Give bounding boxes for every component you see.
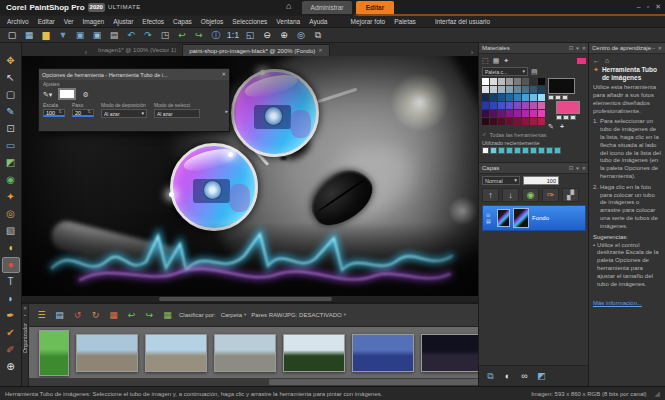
delete-layer-icon[interactable]: ↓	[502, 188, 519, 202]
brush-tool[interactable]: ✔	[2, 325, 20, 341]
edit-colors-icon[interactable]: ✑	[542, 188, 559, 202]
bg-color-mode-icon[interactable]	[556, 115, 562, 120]
menu-item[interactable]: Paletas	[394, 18, 416, 25]
bg-pattern-mode-icon[interactable]	[570, 115, 576, 120]
menu-item[interactable]: Archivo	[7, 18, 29, 25]
organizer-side-tab[interactable]: ✕ ▪ Organizador	[22, 304, 29, 386]
color-swatch[interactable]	[506, 102, 513, 109]
color-swatch[interactable]	[506, 94, 513, 101]
thumbnail-view-icon[interactable]: ☰	[35, 309, 48, 322]
thumb-panorama-1[interactable]	[76, 334, 138, 372]
undo-icon[interactable]: ↩	[125, 309, 138, 322]
float-panel-icon[interactable]: ⊡	[569, 166, 573, 171]
color-swatch[interactable]	[530, 110, 537, 117]
visibility-icon[interactable]: ◉	[522, 188, 539, 202]
color-swatch[interactable]	[498, 110, 505, 117]
color-swatch[interactable]	[506, 78, 513, 85]
menu-item[interactable]: Interfaz del usuario	[435, 18, 490, 25]
escala-input[interactable]: 100 ⇅	[43, 109, 65, 117]
makeover-tool[interactable]: ✦	[2, 189, 20, 205]
pick-tool[interactable]: ↖	[2, 70, 20, 86]
recent-color-swatch[interactable]	[490, 147, 497, 154]
folder-dropdown[interactable]: Carpeta ▾	[221, 312, 247, 318]
presets-dropdown-icon[interactable]: ✎▾	[43, 91, 52, 98]
tab-scroll-left-icon[interactable]: ‹	[80, 49, 92, 56]
clone-tool[interactable]: ◎	[2, 206, 20, 222]
color-swatch[interactable]	[522, 110, 529, 117]
menu-item[interactable]: Selecciones	[232, 18, 267, 25]
document-tab-paint-shop[interactable]: paint-shop-pro-imagen-black* @ 200% (Fon…	[182, 44, 329, 56]
tab-scroll-right-icon[interactable]: ›	[466, 49, 478, 56]
recent-color-swatch[interactable]	[538, 147, 545, 154]
raw-pairs-dropdown[interactable]: Pares RAW/JPG: DESACTIVADO ▾	[251, 312, 346, 318]
organizer-hscrollbar-thumb[interactable]	[269, 379, 493, 385]
toggle-organizer-icon[interactable]: ⧉	[484, 370, 497, 383]
color-swatch[interactable]	[490, 118, 497, 125]
straighten-tool[interactable]: ▭	[2, 138, 20, 154]
paso-input[interactable]: 20 ⇅	[72, 109, 94, 117]
mask-layer-icon[interactable]: ▞	[562, 188, 579, 202]
tool-options-titlebar[interactable]: Opciones de herramienta - Herramienta Tu…	[39, 69, 229, 80]
fg-gradient-mode-icon[interactable]	[555, 95, 561, 100]
workspace-tab-administrar[interactable]: Administrar	[302, 1, 352, 14]
share-icon[interactable]: ▦	[107, 309, 120, 322]
gear-icon[interactable]: ⚙	[82, 91, 88, 98]
close-button[interactable]: ✕	[655, 2, 661, 12]
materials-header[interactable]: Materiales ⊡▾✕	[479, 43, 589, 54]
palette-select[interactable]: Paleta c... ▾	[482, 67, 528, 76]
undo-history-icon[interactable]: ↩	[175, 29, 189, 41]
spinner-icon[interactable]: ⇅	[87, 110, 91, 115]
redo-icon[interactable]: ↪	[143, 309, 156, 322]
resize-icon[interactable]: ◳	[158, 29, 172, 41]
palette-doc-icon[interactable]: ▤	[531, 68, 538, 75]
panel-menu-icon[interactable]: ▾	[576, 46, 579, 51]
color-swatch[interactable]	[482, 78, 489, 85]
color-swatch[interactable]	[522, 78, 529, 85]
color-swatch[interactable]	[498, 86, 505, 93]
close-icon[interactable]: ✕	[221, 72, 226, 78]
blend-mode-select[interactable]: Normal ▾	[482, 176, 520, 185]
workspace-tab-editar[interactable]: Editar	[356, 1, 394, 14]
fg-pattern-mode-icon[interactable]	[562, 95, 568, 100]
pen-tool[interactable]: ✒	[2, 308, 20, 324]
info-icon[interactable]: ⓘ	[209, 29, 223, 41]
browse-workspace-icon[interactable]: ▦	[22, 29, 36, 41]
add-tool-button[interactable]: ⊕	[2, 359, 20, 375]
opacity-slider[interactable]: 100	[523, 176, 559, 185]
fg-color-mode-icon[interactable]	[548, 95, 554, 100]
frame-tab-icon[interactable]: ⬚	[482, 57, 489, 64]
color-swatch[interactable]	[490, 102, 497, 109]
import-icon[interactable]: ▼	[56, 29, 70, 41]
menu-item[interactable]: Capas	[173, 18, 192, 25]
text-tool[interactable]: T	[2, 274, 20, 290]
deposicion-select[interactable]: Al azar ▾	[101, 109, 147, 118]
color-swatch[interactable]	[514, 94, 521, 101]
menu-item[interactable]: Ayuda	[309, 18, 327, 25]
bg-gradient-mode-icon[interactable]	[563, 115, 569, 120]
color-swatch[interactable]	[498, 78, 505, 85]
color-swatch[interactable]	[538, 86, 545, 93]
selection-tool[interactable]: ▢	[2, 87, 20, 103]
recent-color-swatch[interactable]	[506, 147, 513, 154]
swatches-tab-icon[interactable]: ✦	[503, 57, 509, 64]
duplicate-icon[interactable]: ⧉	[311, 29, 325, 41]
undo-icon[interactable]: ↶	[124, 29, 138, 41]
layer-row-fondo[interactable]: ⊙ ▤ Fondo	[482, 205, 586, 231]
color-swatch[interactable]	[514, 86, 521, 93]
actual-size-icon[interactable]: 1:1	[226, 29, 240, 41]
image-canvas[interactable]: Opciones de herramienta - Herramienta Tu…	[22, 56, 478, 302]
float-panel-icon[interactable]: ⊡	[569, 46, 573, 51]
foreground-color-swatch[interactable]	[548, 78, 575, 94]
zoom-in-icon[interactable]: ⊕	[277, 29, 291, 41]
color-swatch[interactable]	[538, 78, 545, 85]
back-icon[interactable]: ←	[593, 57, 600, 64]
color-swatch[interactable]	[514, 102, 521, 109]
red-eye-tool[interactable]: ◉	[2, 172, 20, 188]
color-swatch[interactable]	[506, 110, 513, 117]
redo-history-icon[interactable]: ↪	[192, 29, 206, 41]
home-icon[interactable]: ⌂	[605, 57, 609, 64]
toggle-contrast-icon[interactable]: ◐	[501, 370, 514, 383]
color-swatch[interactable]	[498, 102, 505, 109]
maximize-button[interactable]: ▫	[647, 2, 649, 12]
color-swatch[interactable]	[482, 86, 489, 93]
